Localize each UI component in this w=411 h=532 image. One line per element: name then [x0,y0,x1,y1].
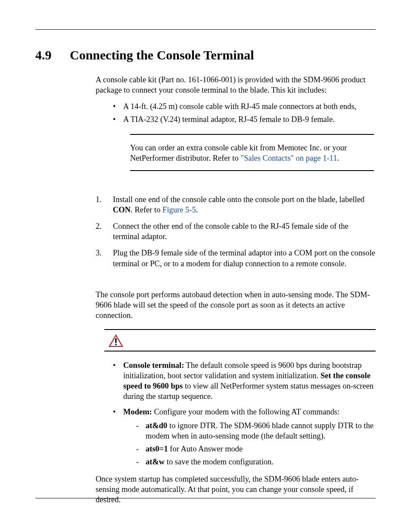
sales-contacts-link[interactable]: "Sales Contacts" on page 1-11 [240,154,337,162]
caution-list: Console terminal: The default console sp… [96,360,376,467]
section-number: 4.9 [35,48,70,62]
caution-item: Modem: Configure your modem with the fol… [113,407,376,467]
kit-item: A TIA-232 (V.24) terminal adaptor, RJ-45… [113,114,376,124]
steps-list: Install one end of the console cable ont… [96,194,376,268]
note-box: You can order an extra console cable kit… [96,134,376,171]
note-bottom-rule [130,170,374,171]
caution-box [96,329,376,352]
svg-rect-1 [115,338,116,343]
step1-mid: . Refer to [131,205,162,214]
step-item: Install one end of the console cable ont… [96,194,376,215]
kit-list: A 14-ft. (4.25 m) console cable with RJ-… [96,101,376,124]
step1-post: . [196,205,198,214]
section-heading: 4.9 Connecting the Console Terminal [35,48,376,62]
kit-item: A 14-ft. (4.25 m) console cable with RJ-… [113,101,376,112]
autobaud-paragraph: The console port performs autobaud detec… [96,289,376,320]
intro-paragraph: A console cable kit (Part no. 161-1066-0… [96,75,376,95]
caution-icon-wrap [96,330,376,351]
content-body: A console cable kit (Part no. 161-1066-0… [96,75,376,505]
step-item: Plug the DB-9 female side of the termina… [96,248,376,268]
at3-text: to save the modem configuration. [165,457,274,466]
at-command-item: ats0=1 for Auto Answer mode [136,444,376,454]
at3-bold: at&w [146,457,165,466]
step1-bold: CON [113,205,131,214]
caution-bottom-rule [104,351,376,352]
closing-paragraph: Once system startup has completed succes… [96,474,376,505]
at2-bold: ats0=1 [146,445,168,453]
note-body: You can order an extra console cable kit… [130,135,374,170]
caution1-bold1: Console terminal: [123,361,184,370]
step3-text: Plug the DB-9 female side of the termina… [113,249,375,268]
at2-text: for Auto Answer mode [168,445,243,453]
caution2-t1: Configure your modem with the following … [152,408,339,416]
at-command-item: at&d0 to ignore DTR. The SDM-9606 blade … [136,420,376,441]
note-text-post: . [337,154,339,162]
svg-rect-2 [115,344,116,345]
top-rule [35,29,376,30]
step-item: Connect the other end of the console cab… [96,221,376,242]
step1-pre: Install one end of the console cable ont… [113,195,364,204]
bottom-rule [35,498,376,498]
at1-text: to ignore DTR. The SDM-9606 blade cannot… [146,421,374,440]
at-commands-list: at&d0 to ignore DTR. The SDM-9606 blade … [123,420,376,467]
caution2-bold1: Modem: [123,408,152,416]
at1-bold: at&d0 [146,421,167,430]
at-command-item: at&w to save the modem configuration. [136,457,376,467]
section-title: Connecting the Console Terminal [70,48,254,62]
warning-icon [109,334,376,347]
caution-item: Console terminal: The default console sp… [113,360,376,401]
page-container: 4.9 Connecting the Console Terminal A co… [0,0,411,532]
step2-text: Connect the other end of the console cab… [113,222,349,241]
figure-5-5-link[interactable]: Figure 5-5 [162,205,196,214]
